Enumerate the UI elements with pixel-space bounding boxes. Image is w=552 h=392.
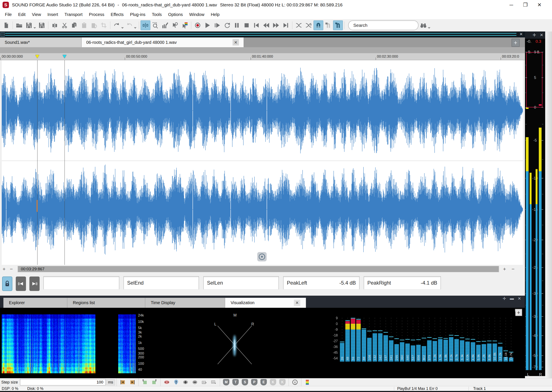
tab-regions-list[interactable]: Regions list (67, 298, 145, 308)
scrub-control-button[interactable] (257, 252, 267, 261)
save-dropdown-caret[interactable] (33, 27, 36, 29)
selection-start-field[interactable] (44, 276, 119, 289)
new-file-button[interactable] (1, 21, 11, 30)
edit-tool-button[interactable] (141, 21, 150, 30)
marker-yellow[interactable] (35, 55, 39, 58)
cd-track-button[interactable]: CD (290, 379, 300, 386)
cut-button[interactable] (60, 21, 69, 30)
event-pin-button[interactable] (171, 379, 181, 386)
marker-tool-button[interactable] (180, 21, 189, 30)
menu-file[interactable]: File (2, 11, 15, 18)
overview-close-icon[interactable]: ✕ (519, 32, 523, 37)
record-button[interactable] (193, 21, 203, 30)
find-dropdown-caret[interactable] (428, 27, 430, 29)
zoom-in-time-button[interactable]: + (0, 266, 8, 272)
snap-to-markers-button[interactable] (333, 21, 343, 30)
menu-tools[interactable]: Tools (149, 11, 165, 18)
crossfade-button[interactable] (294, 21, 304, 30)
pencil-tool-button[interactable] (160, 21, 170, 30)
drop-marker-disabled-button[interactable]: K (268, 379, 278, 386)
event-move-button[interactable] (162, 379, 171, 386)
go-to-end-button[interactable] (281, 21, 291, 30)
menu-transport[interactable]: Transport (61, 11, 86, 18)
previous-marker-button[interactable] (140, 379, 150, 386)
search-input[interactable] (348, 21, 419, 30)
time-ruler[interactable]: 00:00:00:00000:00:50:00000:01:40:00000:0… (0, 53, 525, 60)
tab-close-icon[interactable]: ✕ (232, 39, 239, 46)
marker-cyan[interactable] (63, 55, 66, 58)
overview-bar[interactable]: ✕ (0, 31, 525, 37)
horizontal-scrollbar[interactable]: 00:03:29:867 (17, 266, 499, 272)
selection-end-field[interactable]: SelEnd (123, 276, 199, 289)
menu-help[interactable]: Help (208, 11, 223, 18)
menu-process[interactable]: Process (86, 11, 108, 18)
auto-crossfade-button[interactable] (304, 21, 313, 30)
event-tool-button[interactable] (170, 21, 180, 30)
fast-forward-button[interactable] (271, 21, 281, 30)
close-button[interactable]: ✕ (533, 0, 546, 10)
drop-marker-s-button[interactable]: S (240, 379, 250, 386)
menu-edit[interactable]: Edit (15, 11, 29, 18)
speaker-right-button[interactable] (29, 277, 40, 291)
overview-handle[interactable] (0, 32, 5, 37)
next-region-button[interactable] (128, 379, 137, 386)
previous-region-button[interactable] (118, 379, 128, 386)
open-file-button[interactable] (14, 21, 24, 30)
step-size-input[interactable] (20, 379, 106, 385)
undo-button[interactable] (112, 21, 122, 30)
tab-close-icon[interactable]: ✕ (294, 300, 300, 306)
panel-move-icon[interactable]: ✛ (503, 296, 506, 301)
zoom-out-time-button[interactable]: − (8, 266, 15, 272)
play-button[interactable] (203, 21, 212, 30)
tab-time-display[interactable]: Time Display (145, 298, 225, 308)
play-cursor[interactable] (37, 60, 37, 265)
paste-button[interactable] (79, 21, 89, 30)
stop-button[interactable] (242, 21, 252, 30)
drop-region-disabled-button[interactable]: K (278, 379, 287, 386)
zoom-tool-button[interactable] (150, 21, 160, 30)
next-marker-button[interactable] (150, 379, 159, 386)
marker-line[interactable] (65, 60, 65, 265)
pause-button[interactable] (232, 21, 242, 30)
peak-left-field[interactable]: PeakLeft -5.4 dB (283, 276, 359, 289)
menu-plugins[interactable]: Plug-ins (127, 11, 149, 18)
redo-button[interactable] (124, 21, 134, 30)
rewind-button[interactable] (261, 21, 271, 30)
save-button[interactable] (24, 21, 34, 30)
speaker-left-button[interactable] (16, 277, 26, 291)
menu-effects[interactable]: Effects (108, 11, 127, 18)
drop-marker-m-button[interactable]: M (221, 379, 231, 386)
trim-crop-button[interactable] (99, 21, 109, 30)
minimize-button[interactable]: ─ (505, 0, 517, 10)
tab-sound1[interactable]: Sound1.wav* (0, 37, 81, 47)
tab-explorer[interactable]: Explorer (3, 298, 67, 308)
meter-close-icon[interactable]: ✕ (540, 33, 543, 37)
lock-button[interactable] (2, 277, 12, 291)
find-binoculars-button[interactable] (419, 21, 428, 30)
menu-window[interactable]: Window (186, 11, 208, 18)
maximize-button[interactable]: ❐ (519, 0, 531, 10)
snap-to-grid-button[interactable] (323, 21, 333, 30)
meter-down-button[interactable] (209, 379, 218, 386)
spectrum-rainbow-button[interactable] (303, 379, 312, 386)
add-panel-tab-button[interactable]: + (515, 309, 522, 316)
copy-button[interactable] (69, 21, 79, 30)
panel-minimize-icon[interactable]: ▬ (510, 296, 514, 301)
waveform-display[interactable] (2, 60, 523, 265)
zoom-out-vertical-button[interactable]: − (509, 266, 517, 272)
menu-insert[interactable]: Insert (44, 11, 61, 18)
redo-dropdown-caret[interactable] (134, 27, 137, 29)
scrollbar-thumb[interactable]: 00:03:29:867 (18, 266, 499, 272)
menu-view[interactable]: View (29, 11, 44, 18)
drop-marker-p-button[interactable]: P (250, 379, 259, 386)
meter-move-icon[interactable]: ✛ (533, 33, 536, 37)
menu-options[interactable]: Options (165, 11, 186, 18)
meter-up-button[interactable] (200, 379, 209, 386)
selection-length-field[interactable]: SelLen (203, 276, 279, 289)
tab-roots-radics[interactable]: 06-roots_radics-that_girl_dub-yard 48000… (81, 37, 244, 47)
save-all-button[interactable] (37, 21, 47, 30)
loop-playback-button[interactable] (222, 21, 232, 30)
panel-close-icon[interactable]: ✕ (518, 296, 521, 301)
play-all-button[interactable] (212, 21, 222, 30)
paste-special-button[interactable] (89, 21, 99, 30)
